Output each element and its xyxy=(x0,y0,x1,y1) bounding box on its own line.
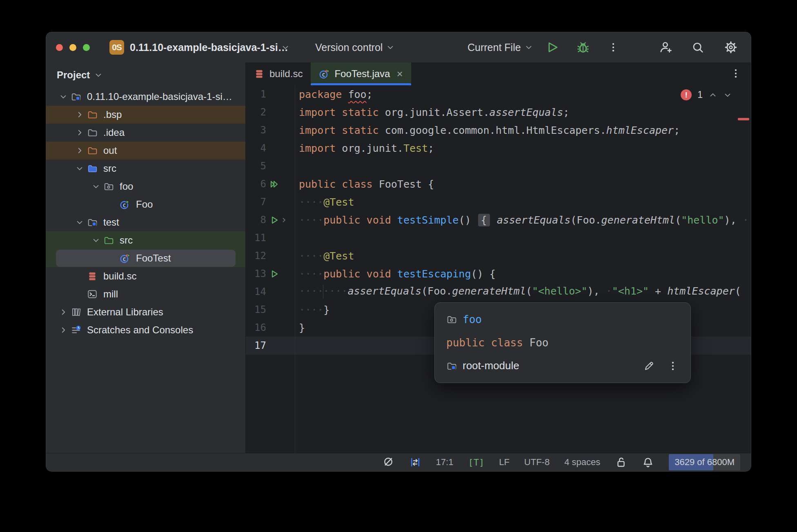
tree-item-label: mill xyxy=(102,288,118,300)
fold-arrow-icon[interactable] xyxy=(280,216,288,224)
project-panel-header[interactable]: Project xyxy=(46,62,245,88)
chevron-down-icon[interactable] xyxy=(91,236,100,245)
tree-item-mill[interactable]: mill xyxy=(46,285,245,303)
version-control-widget[interactable]: Version control xyxy=(315,42,395,53)
folder-test-icon xyxy=(103,235,114,246)
run-configuration-widget[interactable]: Current File xyxy=(468,42,533,53)
notifications[interactable] xyxy=(642,456,654,468)
chevron-down-icon[interactable] xyxy=(75,164,84,173)
next-error-button[interactable] xyxy=(723,91,732,100)
code-line-8[interactable]: 8····public void testSimple() { assertEq… xyxy=(246,211,751,229)
more-actions-button[interactable] xyxy=(607,41,619,53)
previous-error-button[interactable] xyxy=(708,91,717,100)
encoding[interactable]: UTF-8 xyxy=(524,457,550,468)
code-text: import static org.junit.Assert.assertEqu… xyxy=(294,106,569,118)
close-window-button[interactable] xyxy=(56,44,63,51)
code-line-6[interactable]: 6public class FooTest { xyxy=(246,175,751,193)
code-line-14[interactable]: 14········assertEquals(Foo.generateHtml(… xyxy=(246,283,751,301)
code-line-13[interactable]: 13····public void testEscaping() { xyxy=(246,265,751,283)
code-vision-widget[interactable] xyxy=(409,456,421,468)
tree-item-external-libraries[interactable]: External Libraries xyxy=(46,303,245,321)
run-icon[interactable] xyxy=(269,269,279,279)
traffic-lights xyxy=(56,44,90,51)
error-stripe-mark[interactable] xyxy=(738,118,749,120)
code-text: package foo; xyxy=(294,89,373,100)
code-line-3[interactable]: 3import static com.google.common.html.Ht… xyxy=(246,121,751,139)
title-bar: 0S 0.11.10-example-basicjava-1-si… Versi… xyxy=(46,32,751,62)
tree-item-test[interactable]: test xyxy=(46,213,245,231)
tree-item-scratches-and-consoles[interactable]: Scratches and Consoles xyxy=(46,321,245,339)
tree-item-0-11-10-example-basicjava-1-si[interactable]: 0.11.10-example-basicjava-1-si… xyxy=(46,88,245,106)
package-folder-icon xyxy=(446,314,457,325)
indent-style[interactable]: 4 spaces xyxy=(564,457,600,468)
project-tree: 0.11.10-example-basicjava-1-si….bsp.idea… xyxy=(46,88,245,339)
run-icon[interactable] xyxy=(269,215,279,225)
editor-tab-footest-java[interactable]: CFooTest.java× xyxy=(311,62,411,85)
tree-item-out[interactable]: out xyxy=(46,142,245,160)
folder-excluded-icon xyxy=(87,145,98,156)
tab-options-button[interactable] xyxy=(730,67,742,80)
tree-item-src[interactable]: src xyxy=(46,160,245,177)
popup-row-module[interactable]: root-module xyxy=(435,354,690,377)
debug-button[interactable] xyxy=(576,40,590,54)
chevron-right-icon[interactable] xyxy=(75,146,84,155)
line-separator[interactable]: LF xyxy=(499,457,510,468)
chevron-right-icon[interactable] xyxy=(59,326,68,335)
pencil-icon[interactable] xyxy=(643,360,655,372)
code-text: ····@Test xyxy=(294,250,354,262)
terminal-icon xyxy=(87,289,98,299)
line-number: 7 xyxy=(246,196,266,208)
code-line-11[interactable]: 11 xyxy=(246,229,751,247)
svg-text:C: C xyxy=(122,256,126,262)
code-line-12[interactable]: 12····@Test xyxy=(246,247,751,265)
zoom-window-button[interactable] xyxy=(83,44,90,51)
tree-item-bsp[interactable]: .bsp xyxy=(46,106,245,124)
editor-tab-build-sc[interactable]: build.sc xyxy=(246,62,311,85)
code-editor[interactable]: 1package foo;2import static org.junit.As… xyxy=(246,85,751,453)
run-all-icon[interactable] xyxy=(269,179,279,189)
tree-item-label: foo xyxy=(119,181,133,192)
code-line-2[interactable]: 2import static org.junit.Assert.assertEq… xyxy=(246,103,751,121)
readonly-toggle[interactable] xyxy=(615,456,627,468)
project-title[interactable]: 0.11.10-example-basicjava-1-si… xyxy=(130,42,277,53)
kebab-icon[interactable] xyxy=(667,360,679,372)
inspections-widget[interactable] xyxy=(382,456,394,468)
chevron-down-icon[interactable] xyxy=(75,218,84,227)
code-line-4[interactable]: 4import org.junit.Test; xyxy=(246,139,751,157)
code-line-1[interactable]: 1package foo; xyxy=(246,85,751,103)
tree-item-idea[interactable]: .idea xyxy=(46,124,245,142)
minimize-window-button[interactable] xyxy=(69,44,76,51)
ide-window: 0S 0.11.10-example-basicjava-1-si… Versi… xyxy=(46,32,751,472)
chevron-right-icon[interactable] xyxy=(59,308,68,317)
tree-item-foo[interactable]: CFoo xyxy=(46,195,245,213)
line-number: 2 xyxy=(246,106,266,118)
test-class-icon: C xyxy=(120,253,130,264)
project-badge[interactable]: 0S xyxy=(109,40,124,55)
caret-position[interactable]: 17:1 xyxy=(436,457,454,468)
editor-tab-bar: build.scCFooTest.java× xyxy=(246,62,751,85)
code-with-me-button[interactable] xyxy=(658,40,672,54)
search-everywhere-button[interactable] xyxy=(691,41,704,54)
module-folder-icon xyxy=(446,361,457,371)
chevron-right-icon[interactable] xyxy=(75,110,84,119)
chevron-right-icon[interactable] xyxy=(75,128,84,137)
inspections-summary-widget[interactable]: ! 1 xyxy=(681,89,732,100)
tree-item-src[interactable]: src xyxy=(46,231,245,249)
line-number: 13 xyxy=(246,268,266,279)
code-line-7[interactable]: 7····@Test xyxy=(246,193,751,211)
project-tool-window: Project 0.11.10-example-basicjava-1-si….… xyxy=(46,62,246,453)
popup-row-code[interactable]: public class Foo xyxy=(435,331,690,354)
tree-item-footest[interactable]: CFooTest xyxy=(46,249,245,267)
tree-item-foo[interactable]: foo xyxy=(46,177,245,195)
file-type-badge[interactable]: [T] xyxy=(468,457,484,468)
code-line-5[interactable]: 5 xyxy=(246,157,751,175)
chevron-down-icon[interactable] xyxy=(59,92,68,101)
close-tab-icon[interactable]: × xyxy=(396,68,403,80)
run-button[interactable] xyxy=(545,40,559,54)
memory-indicator[interactable]: 3629 of 6800M xyxy=(669,454,740,470)
settings-button[interactable] xyxy=(724,40,738,54)
chevron-down-icon[interactable] xyxy=(91,182,100,191)
tree-item-build-sc[interactable]: build.sc xyxy=(46,267,245,285)
popup-row-package[interactable]: foo xyxy=(435,308,690,331)
code-text: ····} xyxy=(294,304,329,316)
